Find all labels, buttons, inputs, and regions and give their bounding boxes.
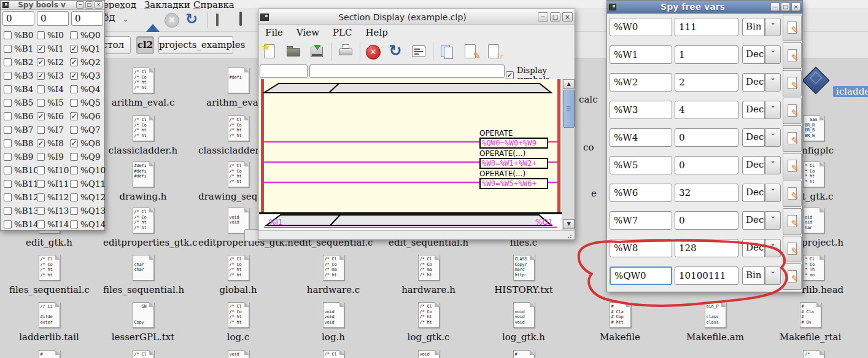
minimize-button[interactable]: − bbox=[76, 1, 84, 9]
menu-help[interactable]: Help bbox=[359, 27, 395, 38]
edit-var-button[interactable]: ✎ bbox=[783, 236, 802, 262]
checkbox-i[interactable]: ✓ bbox=[37, 139, 45, 147]
desktop-file[interactable]: void void void log.h bbox=[293, 302, 373, 343]
menu-plc[interactable]: PLC bbox=[326, 27, 359, 38]
scroll-down-button[interactable]: ▼ bbox=[563, 219, 575, 229]
desktop-file[interactable]: /* Cl /* Co /* ht /* ht global.h bbox=[198, 255, 278, 295]
checkbox-b[interactable] bbox=[4, 166, 12, 174]
desktop-file[interactable]: bin_P class class Makefile.am bbox=[675, 302, 755, 343]
format-dropdown-button[interactable]: ⌄ bbox=[765, 239, 781, 257]
maximize-button[interactable]: □ bbox=[85, 1, 93, 9]
checkbox-i[interactable]: ✓ bbox=[37, 45, 45, 53]
desktop-file[interactable]: # # Cla # Cop # htt Makefile bbox=[580, 302, 660, 343]
display-symbols-checkbox[interactable]: ✓ bbox=[506, 71, 514, 79]
scroll-up-button[interactable]: ▲ bbox=[563, 79, 575, 89]
desktop-file[interactable]: /* Cl bbox=[103, 350, 183, 358]
checkbox-q[interactable]: ✓ bbox=[70, 45, 78, 53]
checkbox-i[interactable]: ✓ bbox=[37, 112, 45, 120]
desktop-file[interactable]: CLASS Copyr marc http: HISTORY.txt bbox=[484, 255, 564, 295]
rung-operate-3[interactable]: OPERATE(...) %W9=%W5+%W6+ bbox=[479, 170, 559, 189]
checkbox-b[interactable] bbox=[4, 58, 12, 66]
copy-sections-button[interactable] bbox=[439, 43, 456, 60]
rung-operate-2[interactable]: OPERATE(...) %W0=%W1+%W2+ bbox=[479, 150, 559, 169]
minimize-button[interactable]: − bbox=[538, 12, 548, 21]
var-value-input[interactable] bbox=[675, 45, 738, 64]
desktop-file[interactable]: /* Cl /* Co /* ht /* ht editproperties_g… bbox=[103, 208, 183, 248]
checkbox-q[interactable] bbox=[70, 99, 78, 107]
minimize-button[interactable]: − bbox=[770, 2, 780, 11]
ladder-canvas[interactable]: OPERATE %QW0=%W0+%W9 OPERATE(...) %W0=%W… bbox=[259, 79, 562, 230]
resize-grip[interactable] bbox=[567, 233, 573, 239]
var-name-input[interactable] bbox=[610, 184, 672, 202]
checkbox-q[interactable] bbox=[70, 126, 78, 134]
desktop-file[interactable]: void bbox=[198, 350, 278, 358]
checkbox-b[interactable] bbox=[4, 193, 12, 201]
checkbox-i[interactable]: ✓ bbox=[37, 72, 45, 80]
checkbox-b[interactable] bbox=[4, 207, 12, 215]
var-value-input[interactable] bbox=[675, 184, 738, 202]
checkbox-b[interactable] bbox=[4, 153, 12, 161]
format-dropdown-button[interactable]: ⌄ bbox=[765, 73, 781, 91]
desktop-file[interactable]: // Li #ifde exter ladderlib.tail bbox=[9, 302, 89, 343]
edit-var-button[interactable]: ✎ bbox=[783, 153, 802, 179]
desktop-file[interactable]: icladder bbox=[802, 68, 868, 97]
desktop-file[interactable]: /* Cl /* Co /* ma /* ht hardware.c bbox=[293, 255, 373, 295]
up-arrow-icon[interactable] bbox=[146, 12, 161, 28]
checkbox-b[interactable] bbox=[4, 45, 12, 53]
bool-counter-input-1[interactable] bbox=[2, 11, 34, 26]
checkbox-q[interactable] bbox=[70, 31, 78, 39]
desktop-file[interactable]: /* Cl /* Co /* ht /* ht log.c bbox=[198, 302, 278, 343]
checkbox-b[interactable] bbox=[4, 31, 12, 39]
refresh-icon[interactable]: ↻ bbox=[185, 10, 198, 28]
var-value-input[interactable] bbox=[675, 73, 738, 91]
checkbox-q[interactable] bbox=[70, 166, 78, 174]
desktop-file[interactable]: oid oid har project.h bbox=[802, 208, 868, 248]
checkbox-i[interactable] bbox=[37, 207, 45, 215]
checkbox-i[interactable] bbox=[37, 180, 45, 188]
edit-var-button[interactable]: ✎ bbox=[783, 70, 802, 96]
scrollbar-thumb[interactable]: ☰ bbox=[563, 90, 575, 128]
checkbox-q[interactable] bbox=[70, 153, 78, 161]
desktop-file[interactable]: /* Cl /* Co /* ma /* ht hardware.h bbox=[389, 255, 468, 295]
bool-counter-input-2[interactable] bbox=[37, 11, 69, 26]
spy-bools-titlebar[interactable]: Spy bools v − □ × bbox=[1, 1, 104, 10]
checkbox-q[interactable] bbox=[70, 85, 78, 93]
checkbox-i[interactable] bbox=[37, 153, 45, 161]
format-dropdown-button[interactable]: ⌄ bbox=[765, 128, 781, 147]
edit-var-button[interactable]: ✎ bbox=[783, 42, 802, 69]
format-dropdown-button[interactable]: ⌄ bbox=[765, 45, 781, 64]
desktop-file[interactable]: void bbox=[389, 350, 468, 358]
section-titlebar[interactable]: Section Display (example.clp) − □ × bbox=[258, 9, 575, 25]
maximize-button[interactable]: □ bbox=[550, 12, 560, 21]
spy-vars-titlebar[interactable]: Spy free vars − □ × bbox=[607, 1, 802, 14]
checkbox-b[interactable] bbox=[4, 139, 12, 147]
var-name-input[interactable] bbox=[610, 73, 672, 91]
format-dropdown-button[interactable]: ⌄ bbox=[765, 211, 781, 230]
stop-run-button[interactable]: ✕ bbox=[366, 45, 381, 60]
close-button[interactable]: × bbox=[562, 12, 573, 21]
checkbox-q[interactable]: ✓ bbox=[70, 72, 78, 80]
stop-icon[interactable]: ✕ bbox=[165, 13, 179, 28]
menu-file[interactable]: File bbox=[258, 27, 290, 38]
var-name-input[interactable] bbox=[610, 45, 672, 64]
desktop-file[interactable]: /* Cl /* Co /* ht /* ht files_sequential… bbox=[9, 255, 89, 295]
var-value-input[interactable] bbox=[675, 239, 738, 257]
checkbox-b[interactable] bbox=[4, 220, 12, 228]
desktop-file[interactable]: * Cl * Co * Th * mo rlib.head bbox=[802, 255, 868, 295]
path-button-projects-examples[interactable]: projects_examples bbox=[158, 36, 233, 54]
print-button[interactable] bbox=[337, 43, 354, 60]
desktop-file[interactable]: # # Cla # # Bv Makefile_rtai bbox=[770, 302, 850, 343]
chevron-down-icon[interactable]: ⌄ bbox=[123, 15, 128, 23]
checkbox-i[interactable] bbox=[37, 193, 45, 201]
checkbox-q[interactable] bbox=[70, 220, 78, 228]
edit-button[interactable]: ✎ bbox=[462, 43, 479, 60]
var-name-input[interactable] bbox=[610, 267, 672, 285]
checkbox-q[interactable] bbox=[70, 207, 78, 215]
desktop-file[interactable]: GN Copy lesserGPL.txt bbox=[103, 302, 183, 343]
vars-display-button[interactable] bbox=[410, 43, 427, 60]
checkbox-b[interactable] bbox=[4, 72, 12, 80]
desktop-file[interactable]: void void void log_gtk.h bbox=[484, 302, 564, 343]
checkbox-q[interactable]: ✓ bbox=[70, 112, 78, 120]
format-dropdown-button[interactable]: ⌄ bbox=[765, 18, 781, 36]
checkbox-q[interactable]: ✓ bbox=[70, 139, 78, 147]
